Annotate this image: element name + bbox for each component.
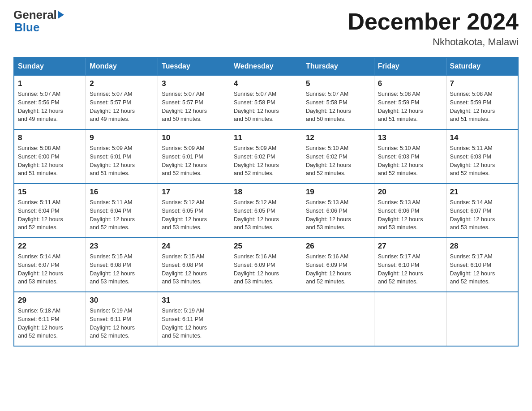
cell-week2-day2: 10Sunrise: 5:09 AMSunset: 6:01 PMDayligh… bbox=[158, 129, 230, 184]
month-title: December 2024 bbox=[348, 9, 519, 34]
day-number: 24 bbox=[162, 242, 226, 251]
day-info: Sunrise: 5:07 AMSunset: 5:58 PMDaylight:… bbox=[306, 90, 370, 124]
day-info: Sunrise: 5:12 AMSunset: 6:05 PMDaylight:… bbox=[234, 198, 298, 232]
day-info: Sunrise: 5:10 AMSunset: 6:03 PMDaylight:… bbox=[378, 144, 442, 178]
day-info: Sunrise: 5:10 AMSunset: 6:02 PMDaylight:… bbox=[306, 144, 370, 178]
day-number: 3 bbox=[162, 79, 226, 88]
calendar-table: SundayMondayTuesdayWednesdayThursdayFrid… bbox=[13, 57, 519, 347]
cell-week1-day5: 6Sunrise: 5:08 AMSunset: 5:59 PMDaylight… bbox=[374, 75, 446, 129]
day-info: Sunrise: 5:07 AMSunset: 5:58 PMDaylight:… bbox=[234, 90, 298, 124]
day-number: 30 bbox=[90, 296, 154, 305]
logo-general-text: General bbox=[13, 9, 57, 21]
day-info: Sunrise: 5:17 AMSunset: 6:10 PMDaylight:… bbox=[450, 253, 514, 286]
header-tuesday: Tuesday bbox=[158, 57, 230, 75]
header-row: SundayMondayTuesdayWednesdayThursdayFrid… bbox=[14, 57, 518, 75]
day-info: Sunrise: 5:17 AMSunset: 6:10 PMDaylight:… bbox=[378, 253, 442, 286]
header-sunday: Sunday bbox=[14, 57, 86, 75]
day-info: Sunrise: 5:14 AMSunset: 6:07 PMDaylight:… bbox=[18, 253, 82, 286]
day-info: Sunrise: 5:16 AMSunset: 6:09 PMDaylight:… bbox=[306, 253, 370, 286]
header-wednesday: Wednesday bbox=[230, 57, 302, 75]
cell-week4-day1: 23Sunrise: 5:15 AMSunset: 6:08 PMDayligh… bbox=[86, 238, 158, 292]
day-info: Sunrise: 5:09 AMSunset: 6:02 PMDaylight:… bbox=[234, 144, 298, 178]
cell-week5-day4 bbox=[302, 292, 374, 346]
day-number: 1 bbox=[18, 79, 82, 88]
cell-week5-day6 bbox=[446, 292, 518, 346]
calendar-header: SundayMondayTuesdayWednesdayThursdayFrid… bbox=[14, 57, 518, 75]
week-row-3: 15Sunrise: 5:11 AMSunset: 6:04 PMDayligh… bbox=[14, 184, 518, 238]
day-info: Sunrise: 5:19 AMSunset: 6:11 PMDaylight:… bbox=[90, 307, 154, 340]
day-info: Sunrise: 5:07 AMSunset: 5:57 PMDaylight:… bbox=[162, 90, 226, 124]
day-info: Sunrise: 5:09 AMSunset: 6:01 PMDaylight:… bbox=[90, 144, 154, 178]
day-info: Sunrise: 5:08 AMSunset: 5:59 PMDaylight:… bbox=[450, 90, 514, 124]
logo: General Blue bbox=[13, 9, 65, 34]
cell-week3-day6: 21Sunrise: 5:14 AMSunset: 6:07 PMDayligh… bbox=[446, 184, 518, 238]
day-info: Sunrise: 5:08 AMSunset: 6:00 PMDaylight:… bbox=[18, 144, 82, 178]
day-number: 7 bbox=[450, 79, 514, 88]
day-number: 18 bbox=[234, 188, 298, 197]
cell-week1-day0: 1Sunrise: 5:07 AMSunset: 5:56 PMDaylight… bbox=[14, 75, 86, 129]
week-row-4: 22Sunrise: 5:14 AMSunset: 6:07 PMDayligh… bbox=[14, 238, 518, 292]
day-number: 23 bbox=[90, 242, 154, 251]
cell-week2-day0: 8Sunrise: 5:08 AMSunset: 6:00 PMDaylight… bbox=[14, 129, 86, 184]
cell-week4-day4: 26Sunrise: 5:16 AMSunset: 6:09 PMDayligh… bbox=[302, 238, 374, 292]
week-row-2: 8Sunrise: 5:08 AMSunset: 6:00 PMDaylight… bbox=[14, 129, 518, 184]
page-header: General Blue December 2024 Nkhotakota, M… bbox=[13, 9, 519, 48]
day-info: Sunrise: 5:16 AMSunset: 6:09 PMDaylight:… bbox=[234, 253, 298, 286]
day-number: 6 bbox=[378, 79, 442, 88]
day-number: 10 bbox=[162, 133, 226, 142]
day-number: 25 bbox=[234, 242, 298, 251]
day-info: Sunrise: 5:15 AMSunset: 6:08 PMDaylight:… bbox=[90, 253, 154, 286]
cell-week4-day5: 27Sunrise: 5:17 AMSunset: 6:10 PMDayligh… bbox=[374, 238, 446, 292]
header-saturday: Saturday bbox=[446, 57, 518, 75]
header-thursday: Thursday bbox=[302, 57, 374, 75]
day-number: 8 bbox=[18, 133, 82, 142]
location: Nkhotakota, Malawi bbox=[348, 36, 519, 48]
day-number: 14 bbox=[450, 133, 514, 142]
header-friday: Friday bbox=[374, 57, 446, 75]
week-row-5: 29Sunrise: 5:18 AMSunset: 6:11 PMDayligh… bbox=[14, 292, 518, 346]
cell-week3-day3: 18Sunrise: 5:12 AMSunset: 6:05 PMDayligh… bbox=[230, 184, 302, 238]
day-info: Sunrise: 5:18 AMSunset: 6:11 PMDaylight:… bbox=[18, 307, 82, 340]
cell-week2-day4: 12Sunrise: 5:10 AMSunset: 6:02 PMDayligh… bbox=[302, 129, 374, 184]
cell-week1-day1: 2Sunrise: 5:07 AMSunset: 5:57 PMDaylight… bbox=[86, 75, 158, 129]
cell-week2-day5: 13Sunrise: 5:10 AMSunset: 6:03 PMDayligh… bbox=[374, 129, 446, 184]
cell-week5-day0: 29Sunrise: 5:18 AMSunset: 6:11 PMDayligh… bbox=[14, 292, 86, 346]
cell-week4-day0: 22Sunrise: 5:14 AMSunset: 6:07 PMDayligh… bbox=[14, 238, 86, 292]
day-number: 16 bbox=[90, 188, 154, 197]
day-info: Sunrise: 5:11 AMSunset: 6:03 PMDaylight:… bbox=[450, 144, 514, 178]
cell-week3-day4: 19Sunrise: 5:13 AMSunset: 6:06 PMDayligh… bbox=[302, 184, 374, 238]
calendar-body: 1Sunrise: 5:07 AMSunset: 5:56 PMDaylight… bbox=[14, 75, 518, 346]
cell-week5-day1: 30Sunrise: 5:19 AMSunset: 6:11 PMDayligh… bbox=[86, 292, 158, 346]
day-info: Sunrise: 5:09 AMSunset: 6:01 PMDaylight:… bbox=[162, 144, 226, 178]
cell-week2-day6: 14Sunrise: 5:11 AMSunset: 6:03 PMDayligh… bbox=[446, 129, 518, 184]
day-number: 9 bbox=[90, 133, 154, 142]
cell-week2-day3: 11Sunrise: 5:09 AMSunset: 6:02 PMDayligh… bbox=[230, 129, 302, 184]
day-number: 26 bbox=[306, 242, 370, 251]
week-row-1: 1Sunrise: 5:07 AMSunset: 5:56 PMDaylight… bbox=[14, 75, 518, 129]
day-number: 17 bbox=[162, 188, 226, 197]
title-block: December 2024 Nkhotakota, Malawi bbox=[348, 9, 519, 48]
day-info: Sunrise: 5:11 AMSunset: 6:04 PMDaylight:… bbox=[18, 198, 82, 232]
cell-week1-day6: 7Sunrise: 5:08 AMSunset: 5:59 PMDaylight… bbox=[446, 75, 518, 129]
cell-week1-day4: 5Sunrise: 5:07 AMSunset: 5:58 PMDaylight… bbox=[302, 75, 374, 129]
cell-week5-day5 bbox=[374, 292, 446, 346]
day-number: 13 bbox=[378, 133, 442, 142]
day-number: 15 bbox=[18, 188, 82, 197]
cell-week4-day3: 25Sunrise: 5:16 AMSunset: 6:09 PMDayligh… bbox=[230, 238, 302, 292]
cell-week5-day2: 31Sunrise: 5:19 AMSunset: 6:11 PMDayligh… bbox=[158, 292, 230, 346]
day-number: 21 bbox=[450, 188, 514, 197]
cell-week4-day2: 24Sunrise: 5:15 AMSunset: 6:08 PMDayligh… bbox=[158, 238, 230, 292]
day-number: 29 bbox=[18, 296, 82, 305]
day-info: Sunrise: 5:11 AMSunset: 6:04 PMDaylight:… bbox=[90, 198, 154, 232]
cell-week3-day5: 20Sunrise: 5:13 AMSunset: 6:06 PMDayligh… bbox=[374, 184, 446, 238]
day-info: Sunrise: 5:19 AMSunset: 6:11 PMDaylight:… bbox=[162, 307, 226, 340]
day-number: 11 bbox=[234, 133, 298, 142]
day-info: Sunrise: 5:13 AMSunset: 6:06 PMDaylight:… bbox=[306, 198, 370, 232]
header-monday: Monday bbox=[86, 57, 158, 75]
day-info: Sunrise: 5:07 AMSunset: 5:56 PMDaylight:… bbox=[18, 90, 82, 124]
day-number: 27 bbox=[378, 242, 442, 251]
day-info: Sunrise: 5:08 AMSunset: 5:59 PMDaylight:… bbox=[378, 90, 442, 124]
cell-week4-day6: 28Sunrise: 5:17 AMSunset: 6:10 PMDayligh… bbox=[446, 238, 518, 292]
day-number: 2 bbox=[90, 79, 154, 88]
logo-blue-text: Blue bbox=[14, 21, 39, 34]
